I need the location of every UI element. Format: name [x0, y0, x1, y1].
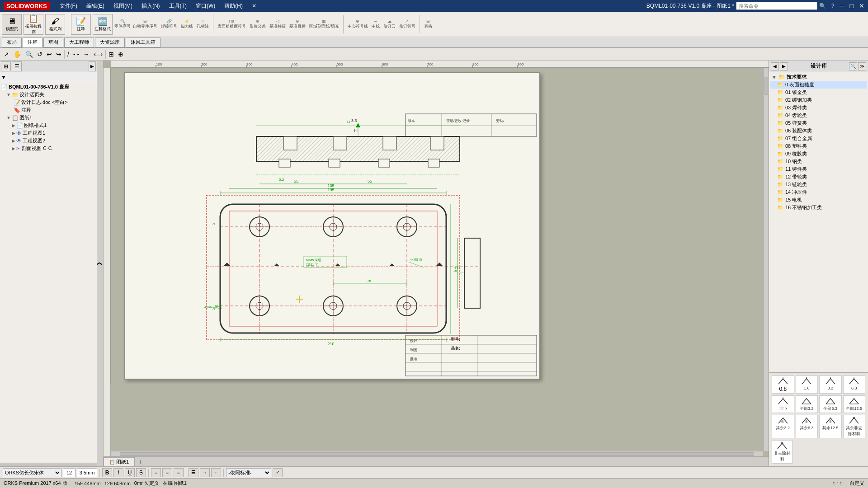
annotation-format-btn[interactable]: 🔤 注释格式: [93, 14, 113, 35]
panel-tab-drawing[interactable]: 📋 图纸1: [104, 457, 135, 466]
tool-line[interactable]: /: [66, 50, 71, 58]
surface-08[interactable]: 0.8: [772, 375, 794, 394]
tool-arrow[interactable]: →: [82, 50, 91, 58]
tree-item-view2[interactable]: ▶ 👁 工程视图2: [1, 137, 96, 145]
lib-item-8[interactable]: 📁 08 塑料类: [770, 142, 867, 150]
font-select[interactable]: ORKS仿长仿宋体: [3, 468, 61, 477]
lib-item-3[interactable]: 📁 03 焊件类: [770, 104, 867, 112]
tree-item-design[interactable]: ▼ 📁 设计活页夹: [1, 91, 96, 99]
maximize-btn[interactable]: □: [850, 2, 854, 9]
italic-btn[interactable]: I: [113, 468, 123, 477]
rp-nav-forward[interactable]: ▶: [780, 62, 788, 70]
menu-insert[interactable]: 插入(N): [142, 2, 160, 10]
h-scrollbar[interactable]: [111, 451, 763, 456]
tool-rotate[interactable]: ↺: [36, 50, 44, 58]
tool-snap[interactable]: ⊕: [117, 50, 125, 58]
lib-item-11[interactable]: 📁 11 铸件类: [770, 165, 867, 173]
surface-rest-noremove[interactable]: 其余非去除材料: [843, 415, 866, 438]
tool-select[interactable]: ↗: [2, 50, 11, 59]
tree-item-sheet-format[interactable]: ▶ 📄 图纸格式1: [1, 122, 96, 129]
model-view-btn[interactable]: 🖥 模型页: [2, 14, 22, 35]
minimize-btn[interactable]: ─: [840, 2, 844, 9]
lib-item-12[interactable]: 📁 12 带轮类: [770, 173, 867, 181]
tab-sketch[interactable]: 草图: [43, 38, 63, 47]
tab-engineer[interactable]: 大工程师: [64, 38, 94, 47]
panel-resize-handle[interactable]: [0, 463, 97, 466]
font-size-mm-input[interactable]: [77, 468, 97, 477]
menu-window[interactable]: 窗口(W): [196, 2, 215, 10]
panel-expand-btn[interactable]: ▶: [89, 61, 96, 71]
rp-nav-back[interactable]: ◀: [771, 62, 779, 70]
list-btn[interactable]: ☰: [189, 468, 198, 477]
tree-item-annotation[interactable]: 🔖 注释: [1, 106, 96, 114]
lib-item-14[interactable]: 📁 14 冲压件: [770, 188, 867, 196]
menu-help[interactable]: 帮助(H): [224, 2, 243, 10]
lib-item-16[interactable]: 📁 16 不锈钢加工类: [770, 204, 867, 211]
surface-all32[interactable]: 全部3.2: [796, 395, 818, 413]
tool-measure[interactable]: ⟺: [92, 50, 104, 58]
v-scrollbar[interactable]: [763, 68, 769, 451]
surface-63[interactable]: 6.3: [843, 375, 866, 394]
tab-tools[interactable]: 沐风工具箱: [126, 38, 160, 47]
surface-rest125[interactable]: 余 其余12.5: [819, 415, 842, 438]
strikethrough-btn[interactable]: S: [136, 468, 146, 477]
lib-item-13[interactable]: 📁 13 链轮类: [770, 181, 867, 188]
indent-less[interactable]: ←: [211, 468, 221, 477]
lib-item-2[interactable]: 📁 02 碳钢加类: [770, 96, 867, 104]
font-size-input[interactable]: [63, 468, 75, 477]
surface-16[interactable]: 1.6: [796, 375, 818, 394]
drawing-canvas[interactable]: 设计 制图 批准 型号: 品名: 版本 变动/更改 记录: [111, 68, 769, 456]
close-btn[interactable]: ✕: [859, 2, 864, 9]
surface-noremove[interactable]: 非去除材料: [772, 440, 793, 464]
rp-search-btn[interactable]: 🔍: [849, 62, 857, 70]
tree-item-section[interactable]: ▶ ✂ 剖面视图 C-C: [1, 145, 96, 152]
tool-redo[interactable]: ↪: [55, 50, 63, 58]
tool-grid[interactable]: ⊞: [107, 50, 115, 58]
help-icon[interactable]: ?: [831, 3, 835, 9]
align-left-btn[interactable]: ≡: [151, 468, 161, 477]
search-input[interactable]: [736, 2, 817, 10]
surface-125[interactable]: 12.5: [772, 395, 794, 413]
format-btn[interactable]: 🖌 格式刷: [45, 14, 65, 35]
panel-grid-btn[interactable]: ⊞: [1, 61, 11, 71]
menu-edit[interactable]: 编辑(E): [86, 2, 104, 10]
search-icon[interactable]: 🔍: [819, 3, 826, 9]
panel-tab-add[interactable]: +: [135, 457, 146, 466]
bold-btn[interactable]: B: [102, 468, 112, 477]
menu-file[interactable]: 文件(F): [60, 2, 77, 10]
surface-all125[interactable]: 全部12.5: [843, 395, 866, 413]
lib-item-6[interactable]: 📁 06 装配体类: [770, 127, 867, 135]
tab-annotation[interactable]: 注释: [23, 38, 42, 47]
rp-collapse-btn[interactable]: ≫: [858, 62, 866, 70]
panel-list-btn[interactable]: ☰: [12, 61, 22, 71]
lib-item-5[interactable]: 📁 05 弹簧类: [770, 119, 867, 127]
lib-item-10[interactable]: 📁 10 钢类: [770, 158, 867, 165]
style-apply[interactable]: ✓: [273, 468, 283, 477]
lib-item-0[interactable]: 📁 0 表面粗糙度: [770, 81, 867, 89]
tab-layout[interactable]: 布局: [2, 38, 22, 47]
surface-all63[interactable]: 全部6.3: [819, 395, 842, 413]
tool-zoom[interactable]: 🔍: [24, 50, 34, 58]
tree-item-drawing[interactable]: ▼ 📋 图纸1: [1, 114, 96, 122]
tab-resource[interactable]: 大资源库: [95, 38, 125, 47]
indent-more[interactable]: →: [200, 468, 210, 477]
underline-btn[interactable]: U: [125, 468, 135, 477]
surface-32[interactable]: 3.2: [819, 375, 842, 394]
tree-item-view1[interactable]: ▶ 👁 工程视图1: [1, 129, 96, 137]
tool-pan[interactable]: ✋: [12, 50, 23, 58]
lib-root[interactable]: ▼ 📁 技术要求: [770, 73, 867, 81]
collapse-strip[interactable]: ❮: [97, 61, 104, 466]
lib-item-1[interactable]: 📁 01 钣金类: [770, 89, 867, 96]
annotation-btn[interactable]: 📝 注释: [71, 14, 91, 35]
surface-rest32[interactable]: 余 其余3.2: [772, 415, 794, 438]
align-center-btn[interactable]: ≡: [162, 468, 172, 477]
lib-item-4[interactable]: 📁 04 齿轮类: [770, 112, 867, 119]
expand-btn[interactable]: 📋 拓展拉程序: [24, 14, 43, 35]
tool-dash[interactable]: - -: [72, 50, 80, 58]
menu-view[interactable]: 视图(M): [113, 2, 132, 10]
tree-item-root[interactable]: 📄 BQML01-00-736-V1.0 庞座: [1, 83, 96, 91]
tool-undo[interactable]: ↩: [45, 50, 53, 58]
lib-item-9[interactable]: 📁 09 橡胶类: [770, 150, 867, 158]
tab-close[interactable]: ✕: [252, 3, 256, 9]
lib-item-15[interactable]: 📁 15 电机: [770, 196, 867, 204]
